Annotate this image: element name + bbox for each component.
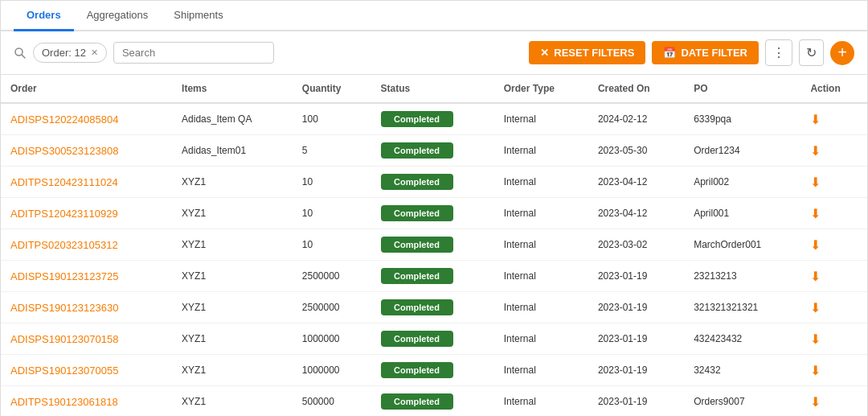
cell-quantity: 10 xyxy=(293,198,371,229)
download-icon[interactable]: ⬇ xyxy=(810,207,821,220)
download-icon[interactable]: ⬇ xyxy=(810,332,821,346)
order-link[interactable]: ADISPS190123070158 xyxy=(10,333,118,345)
order-link[interactable]: ADISPS190123070055 xyxy=(10,365,118,377)
order-filter-badge[interactable]: Order: 12 ✕ xyxy=(33,43,107,63)
cell-action: ⬇ xyxy=(800,386,867,417)
status-badge: Completed xyxy=(381,205,453,221)
order-filter-close-icon[interactable]: ✕ xyxy=(91,47,98,58)
date-filter-label: DATE FILTER xyxy=(681,47,747,59)
order-link[interactable]: ADITPS120423111024 xyxy=(10,176,118,188)
svg-line-1 xyxy=(23,55,26,58)
cell-order: ADISPS190123070158 xyxy=(1,323,172,355)
cell-quantity: 10 xyxy=(293,167,371,198)
order-link[interactable]: ADITPS020323105312 xyxy=(10,239,118,251)
cell-created-on: 2023-01-19 xyxy=(588,261,684,292)
cell-status: Completed xyxy=(371,323,494,355)
col-created-on: Created On xyxy=(588,75,684,103)
download-icon[interactable]: ⬇ xyxy=(810,301,821,315)
cell-status: Completed xyxy=(371,386,494,417)
cell-created-on: 2023-01-19 xyxy=(588,386,684,417)
cell-order-type: Internal xyxy=(494,386,588,417)
table-row: ADITPS120423110929 XYZ1 10 Completed Int… xyxy=(1,198,867,229)
cell-po: 6339pqa xyxy=(684,103,800,135)
cell-order-type: Internal xyxy=(494,292,588,323)
col-order: Order xyxy=(1,75,172,103)
order-link[interactable]: ADITPS120423110929 xyxy=(10,208,118,220)
cell-items: XYZ1 xyxy=(172,198,293,229)
order-link[interactable]: ADISPS300523123808 xyxy=(10,145,118,157)
cell-status: Completed xyxy=(371,167,494,198)
orders-table-wrap: Order Items Quantity Status Order Type C… xyxy=(1,75,867,416)
cell-items: XYZ1 xyxy=(172,323,293,355)
cell-status: Completed xyxy=(371,103,494,135)
cell-quantity: 2500000 xyxy=(293,261,371,292)
cell-action: ⬇ xyxy=(800,135,867,167)
download-icon[interactable]: ⬇ xyxy=(810,144,821,158)
date-filter-button[interactable]: 📅 DATE FILTER xyxy=(652,41,759,64)
cell-po: Order1234 xyxy=(684,135,800,167)
cell-action: ⬇ xyxy=(800,229,867,261)
cell-status: Completed xyxy=(371,261,494,292)
cell-items: XYZ1 xyxy=(172,261,293,292)
app-container: Orders Aggregations Shipments Order: 12 … xyxy=(0,0,868,416)
status-badge: Completed xyxy=(381,331,453,347)
more-options-button[interactable]: ⋮ xyxy=(765,39,792,66)
tab-orders[interactable]: Orders xyxy=(14,1,74,31)
cell-order: ADITPS190123061818 xyxy=(1,386,172,417)
cell-action: ⬇ xyxy=(800,261,867,292)
search-input[interactable] xyxy=(113,42,274,64)
status-badge: Completed xyxy=(381,362,453,378)
download-icon[interactable]: ⬇ xyxy=(810,395,821,409)
cell-po: 32432 xyxy=(684,355,800,386)
table-row: ADISPS190123070158 XYZ1 1000000 Complete… xyxy=(1,323,867,355)
cell-order: ADITPS120423110929 xyxy=(1,198,172,229)
download-icon[interactable]: ⬇ xyxy=(810,175,821,189)
table-row: ADISPS190123123630 XYZ1 2500000 Complete… xyxy=(1,292,867,323)
cell-order: ADISPS120224085804 xyxy=(1,103,172,135)
cell-created-on: 2023-04-12 xyxy=(588,167,684,198)
cell-order: ADISPS190123070055 xyxy=(1,355,172,386)
cell-po: April001 xyxy=(684,198,800,229)
status-badge: Completed xyxy=(381,111,453,127)
cell-status: Completed xyxy=(371,135,494,167)
download-icon[interactable]: ⬇ xyxy=(810,238,821,252)
order-link[interactable]: ADISPS190123123630 xyxy=(10,302,118,314)
tab-aggregations[interactable]: Aggregations xyxy=(74,1,162,31)
cell-quantity: 5 xyxy=(293,135,371,167)
reset-filters-button[interactable]: ✕ RESET FILTERS xyxy=(529,41,645,64)
cell-created-on: 2023-01-19 xyxy=(588,292,684,323)
tab-shipments[interactable]: Shipments xyxy=(161,1,235,31)
order-link[interactable]: ADISPS120224085804 xyxy=(10,113,118,126)
col-po: PO xyxy=(684,75,800,103)
cell-order: ADITPS020323105312 xyxy=(1,229,172,261)
cell-action: ⬇ xyxy=(800,103,867,135)
cell-po: 432423432 xyxy=(684,323,800,355)
add-button[interactable]: + xyxy=(830,41,854,65)
table-row: ADISPS300523123808 Adidas_Item01 5 Compl… xyxy=(1,135,867,167)
cell-items: XYZ1 xyxy=(172,229,293,261)
refresh-button[interactable]: ↻ xyxy=(799,39,824,66)
download-icon[interactable]: ⬇ xyxy=(810,364,821,377)
reset-filters-label: RESET FILTERS xyxy=(554,47,634,59)
order-link[interactable]: ADITPS190123061818 xyxy=(10,396,118,408)
cell-po: 23213213 xyxy=(684,261,800,292)
cell-items: XYZ1 xyxy=(172,292,293,323)
order-link[interactable]: ADISPS190123123725 xyxy=(10,270,118,282)
cell-order-type: Internal xyxy=(494,355,588,386)
cell-created-on: 2023-03-02 xyxy=(588,229,684,261)
cell-order: ADISPS190123123630 xyxy=(1,292,172,323)
table-row: ADISPS190123070055 XYZ1 1000000 Complete… xyxy=(1,355,867,386)
cell-created-on: 2023-04-12 xyxy=(588,198,684,229)
cell-order-type: Internal xyxy=(494,229,588,261)
status-badge: Completed xyxy=(381,174,453,190)
cell-po: MarchOrder001 xyxy=(684,229,800,261)
table-row: ADITPS190123061818 XYZ1 500000 Completed… xyxy=(1,386,867,417)
table-row: ADISPS190123123725 XYZ1 2500000 Complete… xyxy=(1,261,867,292)
cell-quantity: 500000 xyxy=(293,386,371,417)
download-icon[interactable]: ⬇ xyxy=(810,113,821,126)
calendar-icon: 📅 xyxy=(663,47,676,59)
cell-order-type: Internal xyxy=(494,198,588,229)
download-icon[interactable]: ⬇ xyxy=(810,270,821,283)
orders-table: Order Items Quantity Status Order Type C… xyxy=(1,75,867,416)
cell-order-type: Internal xyxy=(494,323,588,355)
